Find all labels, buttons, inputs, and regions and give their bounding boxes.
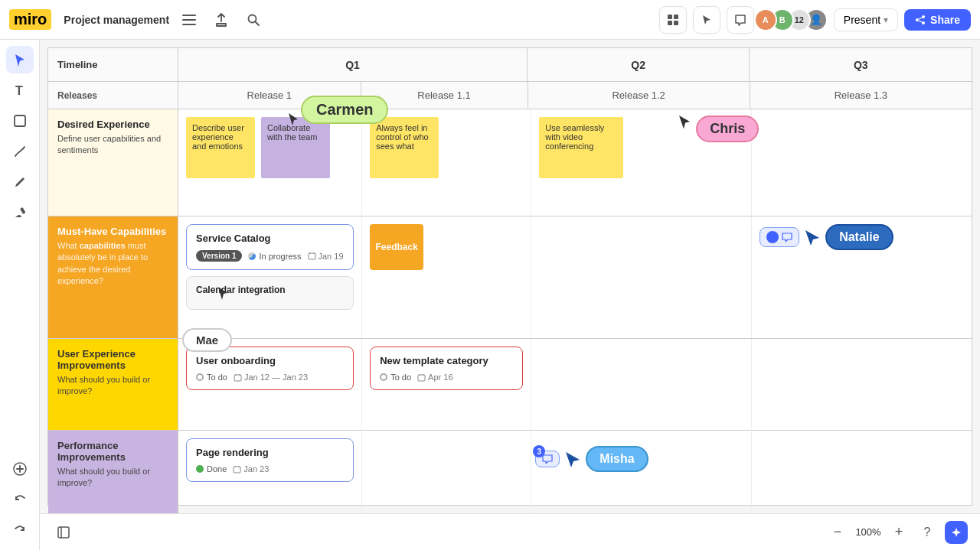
perf-date: Jan 23 — [233, 464, 269, 474]
misha-overlay: 3 Misha — [535, 446, 648, 472]
help-button[interactable]: ? — [916, 521, 939, 544]
magic-button[interactable] — [945, 521, 968, 544]
must-have-r1-col: Service Catalog Version 1 In progress Ja… — [178, 216, 362, 338]
zoom-in-button[interactable]: + — [888, 522, 910, 543]
svg-rect-7 — [668, 21, 672, 25]
share-label: Share — [930, 14, 960, 26]
calendar-integration-card[interactable]: Calendar integration — [186, 276, 354, 310]
todo-icon-2 — [380, 373, 387, 381]
canvas: Timeline Q1 Q2 Q3 Releases Release 1 Rel… — [40, 40, 980, 513]
text-tool[interactable]: T — [6, 76, 34, 104]
undo-tool[interactable] — [6, 486, 34, 513]
todo-icon — [196, 373, 204, 381]
cursor-tool[interactable] — [6, 46, 34, 73]
service-catalog-card[interactable]: Service Catalog Version 1 In progress Ja… — [186, 224, 354, 270]
add-tool[interactable] — [6, 455, 34, 483]
natalie-overlay: Natalie — [760, 224, 893, 250]
svg-point-11 — [922, 21, 925, 24]
status-text: In progress — [259, 252, 301, 261]
search-button[interactable] — [241, 8, 266, 32]
done-text: Done — [207, 464, 227, 474]
svg-rect-8 — [674, 21, 678, 25]
user-onboarding-title: User onboarding — [196, 355, 344, 366]
mae-overlay: Mae — [182, 328, 232, 352]
page-rendering-card[interactable]: Page rendering Done Jan 23 — [186, 438, 354, 482]
user-onboarding-card[interactable]: User onboarding To do Jan 12 — Jan 23 — [186, 347, 354, 390]
zoom-out-button[interactable]: − — [827, 522, 848, 543]
perf-row: Performance Improvements What should you… — [48, 431, 972, 513]
release-row: Releases Release 1 Release 1.1 Release 1… — [48, 82, 972, 109]
desired-stickies: Describe user experience and emotions Co… — [186, 117, 354, 178]
export-button[interactable] — [209, 8, 234, 32]
shape-tool[interactable] — [6, 107, 34, 135]
chris-name: Chris — [710, 121, 745, 136]
left-toolbar: T — [0, 40, 40, 550]
chris-bubble: Chris — [696, 116, 759, 142]
draw-tool[interactable] — [6, 168, 34, 196]
ux2-status: To do — [380, 373, 411, 382]
perf-r12-col: 3 Misha — [531, 431, 752, 513]
bottom-right: − 100% + ? — [827, 521, 968, 544]
present-button[interactable]: Present ▾ — [834, 8, 898, 31]
done-icon — [196, 465, 204, 473]
perf-r13-col — [752, 431, 972, 513]
status-in-progress: In progress — [248, 252, 301, 261]
new-template-card[interactable]: New template category To do Apr 16 — [370, 347, 523, 390]
brush-tool[interactable] — [6, 199, 34, 226]
perf-r1-col: Page rendering Done Jan 23 — [178, 431, 362, 513]
carmen-cursor — [287, 112, 299, 130]
zoom-out-label: − — [834, 524, 842, 540]
sticky-describe[interactable]: Describe user experience and emotions — [186, 117, 255, 178]
desired-desc: Define user capabilities and sentiments — [57, 133, 168, 157]
ux-r1-col: User onboarding To do Jan 12 — Jan 23 — [178, 339, 362, 431]
page-rendering-title: Page rendering — [196, 447, 344, 458]
avatar-group: A B 12 👤 — [760, 8, 828, 31]
header-row: Timeline Q1 Q2 Q3 — [48, 48, 972, 82]
release-12-label: Release 1.2 — [612, 89, 665, 101]
svg-point-9 — [922, 15, 925, 18]
menu-button[interactable] — [177, 8, 201, 32]
redo-tool[interactable] — [6, 516, 34, 544]
grid-view-button[interactable] — [659, 6, 687, 34]
comment-button[interactable] — [727, 6, 754, 34]
topbar-right: A B 12 👤 Present ▾ Share — [659, 6, 971, 34]
svg-line-12 — [919, 18, 922, 19]
svg-line-13 — [919, 21, 922, 22]
q2-label: Q2 — [631, 59, 645, 71]
svg-rect-15 — [15, 116, 25, 126]
ux-title: User Experience Improvements — [57, 348, 168, 371]
svg-rect-0 — [182, 15, 196, 16]
natalie-cursor — [804, 229, 821, 246]
ux-label: User Experience Improvements What should… — [48, 339, 178, 430]
q3-label: Q3 — [854, 59, 868, 71]
desired-row: Carmen Desired Experience Define user ca… — [48, 109, 972, 216]
zoom-in-label: + — [895, 524, 903, 540]
must-have-r11-col: Feedback — [362, 216, 531, 338]
desired-r11-col: Always feel in control of who sees what — [362, 109, 531, 216]
mae-cursor — [217, 285, 229, 302]
desired-r1-col: Describe user experience and emotions Co… — [178, 109, 362, 216]
todo-text: To do — [207, 373, 227, 382]
cursor-button[interactable] — [693, 6, 720, 34]
feedback-sticky[interactable]: Feedback — [370, 224, 423, 270]
share-button[interactable]: Share — [904, 9, 971, 31]
releases-label-cell: Releases — [48, 82, 178, 109]
connector-tool[interactable] — [6, 138, 34, 165]
carmen-bubble: Carmen — [301, 96, 388, 124]
timeline-header: Timeline — [48, 48, 178, 81]
feedback-text: Feedback — [376, 242, 418, 252]
sticky-control[interactable]: Always feel in control of who sees what — [370, 117, 439, 178]
perf-title: Performance Improvements — [57, 440, 168, 463]
user-onboarding-meta: To do Jan 12 — Jan 23 — [196, 373, 344, 382]
sticky-video[interactable]: Use seamlessly with video conferencing — [539, 117, 623, 178]
mae-name: Mae — [196, 334, 218, 347]
must-have-r12-col — [531, 216, 752, 338]
new-template-title: New template category — [380, 355, 513, 366]
sticky-text: Use seamlessly with video conferencing — [545, 123, 604, 151]
comment-count-icon — [766, 231, 779, 243]
svg-rect-26 — [418, 375, 425, 381]
version-badge: Version 1 — [196, 250, 242, 262]
panel-toggle-button[interactable] — [52, 521, 75, 544]
project-title: Project management — [64, 14, 169, 26]
ux-r13-col — [752, 339, 972, 431]
